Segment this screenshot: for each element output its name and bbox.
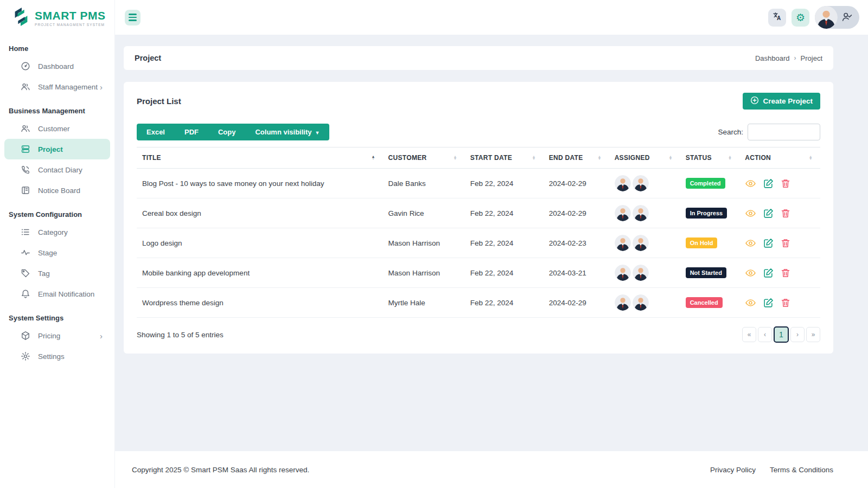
cell-customer: Dale Banks (383, 169, 465, 198)
cell-action (739, 169, 820, 198)
view-eye-icon[interactable] (745, 178, 756, 189)
edit-icon[interactable] (763, 178, 774, 189)
chevron-right-icon: › (100, 331, 103, 341)
assigned-avatar (633, 265, 649, 281)
bell-icon (21, 289, 30, 299)
cell-start-date: Feb 22, 2024 (465, 288, 544, 318)
view-eye-icon[interactable] (745, 238, 756, 248)
terms-conditions-link[interactable]: Terms & Conditions (770, 466, 833, 474)
sidebar-item-email-notification[interactable]: Email Notification (4, 284, 110, 304)
settings-icon (21, 351, 30, 361)
project-list-card: Project List Create Project ExcelPDFCopy… (124, 82, 833, 354)
copy-button[interactable]: Copy (208, 124, 246, 140)
sidebar-item-settings[interactable]: Settings (4, 346, 110, 367)
sort-icons: ▲▼ (668, 156, 672, 160)
profile-menu[interactable] (815, 6, 859, 29)
cell-title: Blog Post - 10 ways to save money on you… (137, 169, 383, 198)
sidebar-item-dashboard[interactable]: Dashboard (4, 56, 110, 76)
edit-icon[interactable] (763, 208, 774, 219)
view-eye-icon[interactable] (745, 208, 756, 219)
cell-title: Wordpress theme design (137, 288, 383, 318)
delete-trash-icon[interactable] (781, 298, 790, 308)
cell-end-date: 2024-02-29 (544, 198, 609, 228)
brand-logo[interactable]: SMART PMS PROJECT MANAGMENT SYSTEM (0, 0, 114, 35)
project-icon (21, 144, 30, 154)
excel-button[interactable]: Excel (137, 124, 175, 140)
cell-end-date: 2024-02-23 (544, 228, 609, 258)
settings-button[interactable]: ⚙ (792, 9, 809, 27)
sidebar-item-staff-management[interactable]: Staff Management› (4, 76, 110, 97)
page-nav-first[interactable]: « (742, 327, 756, 342)
privacy-policy-link[interactable]: Privacy Policy (710, 466, 756, 474)
breadcrumb-dashboard[interactable]: Dashboard (755, 54, 790, 62)
sidebar-item-tag[interactable]: Tag (4, 263, 110, 284)
create-project-button[interactable]: Create Project (743, 93, 820, 110)
hamburger-menu-button[interactable] (125, 10, 141, 25)
breadcrumb-bar: Project Dashboard›Project (124, 46, 833, 70)
nav-section-home: Home (0, 35, 114, 56)
sort-icons: ▲▼ (597, 156, 601, 160)
table-row: Logo designMason HarrisonFeb 22, 2024202… (137, 228, 820, 258)
chevron-right-icon: › (100, 82, 103, 92)
column-header-action[interactable]: ACTION▲▼ (739, 147, 820, 169)
status-badge: Not Started (686, 267, 726, 278)
column-header-title[interactable]: TITLE▲▼ (137, 147, 383, 169)
page-nav-prev[interactable]: ‹ (758, 327, 772, 342)
edit-icon[interactable] (763, 238, 774, 248)
search-input[interactable] (748, 124, 820, 140)
nav-section-business-management: Business Management (0, 97, 114, 118)
footer: Copyright 2025 © Smart PSM Saas All righ… (115, 451, 868, 488)
delete-trash-icon[interactable] (781, 238, 790, 248)
assigned-avatar (615, 265, 631, 281)
sidebar-item-customer[interactable]: Customer (4, 118, 110, 139)
page-nav-next[interactable]: › (790, 327, 805, 342)
column-header-status[interactable]: STATUS▲▼ (680, 147, 740, 169)
table-header-row: TITLE▲▼CUSTOMER▲▼START DATE▲▼END DATE▲▼A… (137, 147, 820, 169)
user-avatar (815, 6, 838, 29)
column-header-customer[interactable]: CUSTOMER▲▼ (383, 147, 465, 169)
entries-info: Showing 1 to 5 of 5 entries (137, 331, 224, 339)
phone-icon (21, 165, 30, 175)
column-visibility-button[interactable]: Column visibility▼ (245, 124, 329, 140)
search-label: Search: (718, 128, 743, 136)
delete-trash-icon[interactable] (781, 268, 790, 278)
column-header-end-date[interactable]: END DATE▲▼ (544, 147, 609, 169)
sidebar-item-contact-diary[interactable]: Contact Diary (4, 159, 110, 180)
cell-assigned (609, 288, 680, 318)
table-row: Blog Post - 10 ways to save money on you… (137, 169, 820, 198)
cell-start-date: Feb 22, 2024 (465, 228, 544, 258)
column-header-assigned[interactable]: ASSIGNED▲▼ (609, 147, 680, 169)
edit-icon[interactable] (763, 298, 774, 308)
cell-action (739, 258, 820, 288)
translate-button[interactable]: A (768, 9, 786, 27)
cell-end-date: 2024-02-29 (544, 169, 609, 198)
sort-icons: ▲▼ (809, 156, 813, 160)
page-nav-last[interactable]: » (806, 327, 820, 342)
dashboard-icon (21, 61, 30, 71)
sidebar-item-stage[interactable]: Stage (4, 242, 110, 263)
customer-icon (21, 124, 30, 133)
user-check-icon (842, 12, 852, 23)
delete-trash-icon[interactable] (781, 208, 790, 219)
cell-start-date: Feb 22, 2024 (465, 258, 544, 288)
svg-text:A: A (777, 15, 781, 21)
assigned-avatar (633, 175, 649, 191)
table-row: Mobile banking app developmentMason Harr… (137, 258, 820, 288)
sidebar-item-notice-board[interactable]: Notice Board (4, 180, 110, 201)
sidebar-item-category[interactable]: Category (4, 222, 110, 242)
column-header-start-date[interactable]: START DATE▲▼ (465, 147, 544, 169)
cell-status: On Hold (680, 228, 740, 258)
page-number-1[interactable]: 1 (774, 326, 789, 343)
pdf-button[interactable]: PDF (175, 124, 208, 140)
edit-icon[interactable] (763, 268, 774, 278)
delete-trash-icon[interactable] (781, 178, 790, 189)
category-icon (21, 227, 30, 237)
sidebar-item-project[interactable]: Project (4, 139, 110, 159)
cell-customer: Mason Harrison (383, 228, 465, 258)
hamburger-icon (129, 14, 137, 15)
view-eye-icon[interactable] (745, 298, 756, 308)
translate-icon: A (773, 12, 782, 23)
view-eye-icon[interactable] (745, 268, 756, 278)
sidebar-item-pricing[interactable]: Pricing› (4, 325, 110, 346)
assigned-avatar (615, 175, 631, 191)
